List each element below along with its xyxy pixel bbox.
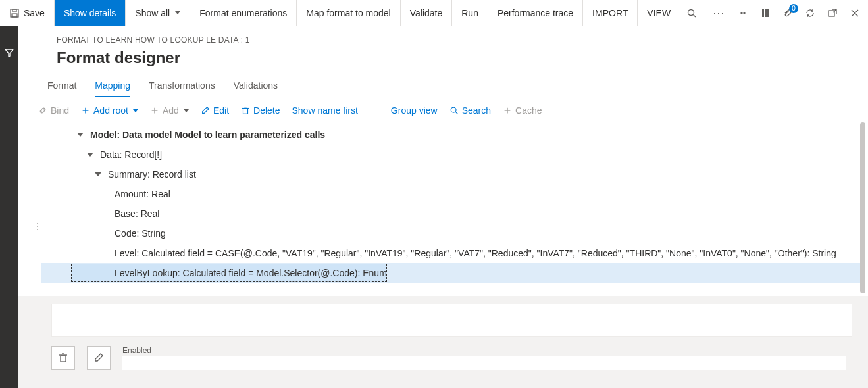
svg-rect-7 bbox=[829, 11, 834, 16]
cache-label: Cache bbox=[515, 105, 542, 116]
tree: ⋮ Model: Data model Model to learn param… bbox=[18, 122, 868, 296]
group-view-label: Group view bbox=[391, 105, 438, 116]
add-button[interactable]: Add bbox=[150, 105, 189, 116]
show-all-button[interactable]: Show all bbox=[126, 0, 190, 26]
tree-node-data[interactable]: Data: Record[!] bbox=[41, 145, 861, 164]
tree-node-summary[interactable]: Summary: Record list bbox=[41, 164, 861, 184]
tree-label: LevelByLookup: Calculated field = Model.… bbox=[115, 268, 387, 278]
format-enumerations-button[interactable]: Format enumerations bbox=[190, 0, 297, 26]
show-name-first-label: Show name first bbox=[292, 105, 357, 116]
tree-label: Code: String bbox=[115, 228, 166, 239]
show-name-first-button[interactable]: Show name first bbox=[292, 105, 357, 116]
mapping-toolbar: Bind Add root Add Edit bbox=[18, 97, 868, 122]
attach-icon[interactable]: 0 bbox=[782, 8, 793, 18]
office-icon[interactable] bbox=[760, 8, 771, 18]
search-command[interactable] bbox=[680, 0, 703, 26]
enabled-label: Enabled bbox=[122, 346, 846, 355]
tree-label: Level: Calculated field = CASE(@.Code, "… bbox=[115, 248, 836, 258]
save-button[interactable]: Save bbox=[0, 0, 55, 26]
breadcrumb: FORMAT TO LEARN HOW TO LOOKUP LE DATA : … bbox=[57, 36, 852, 45]
tree-node-base[interactable]: Base: Real bbox=[41, 204, 861, 224]
bind-label: Bind bbox=[51, 105, 69, 116]
app-root: Save Show details Show all Format enumer… bbox=[0, 0, 868, 388]
expand-icon[interactable] bbox=[77, 133, 84, 137]
performance-trace-button[interactable]: Performance trace bbox=[488, 0, 583, 26]
save-icon bbox=[9, 8, 20, 18]
tree-node-code[interactable]: Code: String bbox=[41, 224, 861, 243]
bottom-panels: Enabled bbox=[18, 296, 868, 370]
filter-icon[interactable] bbox=[4, 47, 14, 60]
svg-point-17 bbox=[451, 107, 456, 112]
view-button[interactable]: VIEW bbox=[638, 0, 680, 26]
top-command-bar: Save Show details Show all Format enumer… bbox=[0, 0, 868, 26]
svg-point-3 bbox=[688, 9, 694, 15]
svg-rect-5 bbox=[762, 9, 764, 17]
expand-icon[interactable] bbox=[87, 153, 93, 157]
svg-line-4 bbox=[694, 14, 696, 17]
delete-button[interactable]: Delete bbox=[241, 105, 280, 116]
tab-format[interactable]: Format bbox=[47, 76, 76, 97]
delete-detail-button[interactable] bbox=[51, 346, 75, 370]
import-button[interactable]: IMPORT bbox=[583, 0, 638, 26]
chevron-down-icon bbox=[133, 109, 138, 112]
edit-detail-button[interactable] bbox=[87, 346, 111, 370]
tree-label: Base: Real bbox=[115, 208, 159, 219]
svg-rect-6 bbox=[765, 9, 769, 17]
top-command-bar-right: ⋯ 0 bbox=[713, 0, 868, 26]
tree-node-level[interactable]: Level: Calculated field = CASE(@.Code, "… bbox=[41, 243, 861, 263]
content-header: FORMAT TO LEARN HOW TO LOOKUP LE DATA : … bbox=[18, 26, 868, 97]
svg-rect-1 bbox=[13, 9, 16, 12]
more-actions-icon[interactable]: ⋯ bbox=[713, 7, 726, 19]
chevron-down-icon bbox=[175, 11, 180, 14]
row-grip-icon[interactable]: ⋮ bbox=[33, 225, 42, 228]
top-command-bar-left: Save Show details Show all Format enumer… bbox=[0, 0, 713, 26]
search-label: Search bbox=[462, 105, 491, 116]
search-icon bbox=[686, 8, 697, 18]
tree-node-model[interactable]: Model: Data model Model to learn paramet… bbox=[41, 125, 861, 145]
tree-node-levelbylookup-row[interactable]: LevelByLookup: Calculated field = Model.… bbox=[41, 263, 861, 283]
map-format-label: Map format to model bbox=[306, 8, 390, 18]
group-view-button[interactable]: Group view bbox=[391, 105, 438, 116]
page-title: Format designer bbox=[57, 49, 852, 67]
delete-label: Delete bbox=[253, 105, 280, 116]
tree-label: Model: Data model Model to learn paramet… bbox=[90, 130, 325, 140]
add-root-button[interactable]: Add root bbox=[81, 105, 138, 116]
left-rail bbox=[0, 26, 18, 388]
show-details-button[interactable]: Show details bbox=[55, 0, 126, 26]
tree-node-amount[interactable]: Amount: Real bbox=[41, 184, 861, 204]
validate-label: Validate bbox=[410, 8, 443, 18]
popout-icon[interactable] bbox=[827, 8, 838, 18]
chevron-down-icon bbox=[184, 109, 189, 112]
cache-button[interactable]: Cache bbox=[503, 105, 542, 116]
view-label: VIEW bbox=[647, 8, 671, 18]
tree-node-levelbylookup[interactable]: LevelByLookup: Calculated field = Model.… bbox=[71, 264, 387, 282]
run-button[interactable]: Run bbox=[452, 0, 488, 26]
svg-rect-14 bbox=[243, 109, 248, 114]
attach-badge: 0 bbox=[789, 4, 798, 13]
detail-panel bbox=[51, 304, 852, 337]
bind-button[interactable]: Bind bbox=[38, 105, 69, 116]
format-enumerations-label: Format enumerations bbox=[199, 8, 287, 18]
body: FORMAT TO LEARN HOW TO LOOKUP LE DATA : … bbox=[0, 26, 868, 388]
tree-label: Summary: Record list bbox=[108, 169, 196, 180]
tree-label: Amount: Real bbox=[115, 189, 170, 199]
add-label: Add bbox=[163, 105, 179, 116]
tab-transformations[interactable]: Transformations bbox=[149, 76, 215, 97]
close-icon[interactable] bbox=[850, 8, 860, 18]
show-all-label: Show all bbox=[135, 8, 170, 18]
diamond-icon[interactable] bbox=[738, 8, 748, 18]
import-label: IMPORT bbox=[592, 8, 628, 18]
expand-icon[interactable] bbox=[95, 172, 101, 176]
enabled-input[interactable] bbox=[122, 356, 846, 370]
svg-rect-2 bbox=[12, 14, 17, 17]
refresh-icon[interactable] bbox=[805, 8, 815, 18]
run-label: Run bbox=[461, 8, 478, 18]
main: FORMAT TO LEARN HOW TO LOOKUP LE DATA : … bbox=[18, 26, 868, 388]
tab-validations[interactable]: Validations bbox=[234, 76, 278, 97]
map-format-button[interactable]: Map format to model bbox=[297, 0, 400, 26]
tab-mapping[interactable]: Mapping bbox=[95, 76, 130, 97]
validate-button[interactable]: Validate bbox=[401, 0, 453, 26]
scrollbar-thumb[interactable] bbox=[860, 122, 865, 293]
search-button[interactable]: Search bbox=[449, 105, 491, 116]
edit-button[interactable]: Edit bbox=[201, 105, 229, 116]
